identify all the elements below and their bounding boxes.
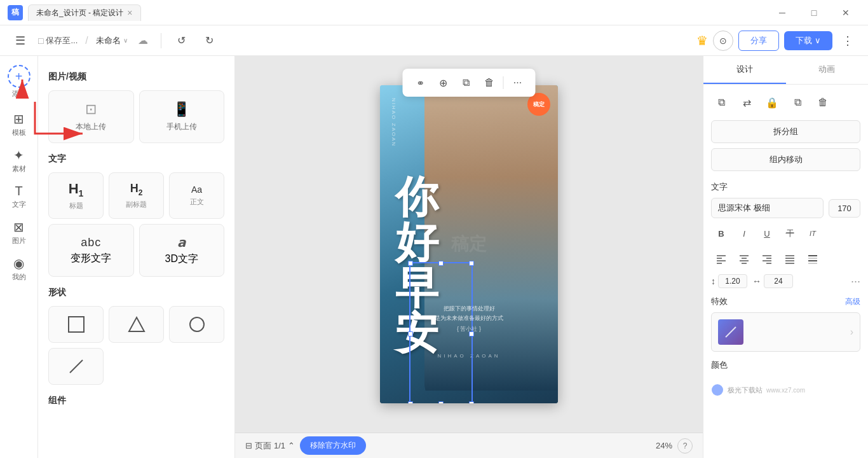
handle-bm[interactable] xyxy=(438,401,444,403)
char-spacing-value[interactable]: 24 xyxy=(764,274,793,288)
tab-design[interactable]: 设计 xyxy=(703,56,786,84)
sidebar-item-image[interactable]: ⊠ 图片 xyxy=(3,216,35,249)
font-select[interactable]: 思源宋体 极细 xyxy=(711,198,824,218)
char-spacing-icon: ↔ xyxy=(752,276,761,286)
mobile-upload-btn[interactable]: 📱 手机上传 xyxy=(139,90,225,143)
layer-icon-btn[interactable]: ⧉ xyxy=(711,92,731,113)
right-panel: 设计 动画 ⧉ ⇄ 🔒 ⧉ 🗑 拆分组 组内移动 文字 思 xyxy=(703,56,868,458)
tab-close-btn[interactable]: × xyxy=(127,8,132,18)
triangle-shape-btn[interactable] xyxy=(109,306,164,343)
minimize-btn[interactable]: ─ xyxy=(768,3,797,22)
font-size-input[interactable]: 170 xyxy=(829,199,860,218)
color-title: 颜色 xyxy=(711,359,860,371)
handle-lm[interactable] xyxy=(408,331,413,337)
sidebar-item-my[interactable]: ◉ 我的 xyxy=(3,252,35,286)
delete-icon-btn[interactable]: 🗑 xyxy=(813,92,833,113)
upload-grid: ⊡ 本地上传 📱 手机上传 xyxy=(48,90,224,143)
effect-chevron-icon: › xyxy=(850,326,853,338)
maximize-btn[interactable]: □ xyxy=(799,3,829,22)
download-button[interactable]: 下载 ∨ xyxy=(784,31,832,50)
doc-name-btn[interactable]: 未命名 ∨ xyxy=(96,35,128,46)
transform-text-btn[interactable]: abc 变形文字 xyxy=(48,224,134,277)
canvas-bottom-bar: ⊟ 页面 1/1 ⌃ 移除官方水印 24% ? xyxy=(235,433,703,458)
subtitle-label: 副标题 xyxy=(126,200,147,209)
more-options-btn[interactable]: ⋮ xyxy=(837,31,858,51)
align-justify-icon-btn[interactable] xyxy=(780,249,800,269)
element-action-icons: ⧉ ⇄ 🔒 ⧉ 🗑 xyxy=(711,92,860,113)
align-distributed-icon-btn[interactable] xyxy=(803,249,823,269)
remove-watermark-btn[interactable]: 移除官方水印 xyxy=(300,436,366,455)
design-poster[interactable]: 稿定 NIHAO ZAOAN xyxy=(380,85,558,403)
more-text-options-btn[interactable]: ··· xyxy=(851,275,860,288)
align-right-icon xyxy=(761,253,773,265)
handle-tl[interactable] xyxy=(408,261,413,266)
share-button[interactable]: 分享 xyxy=(738,31,779,51)
delete-icon-btn[interactable]: 🗑 xyxy=(479,73,499,93)
effect-selector[interactable]: › xyxy=(711,312,860,352)
frame-icon-btn[interactable]: ⊕ xyxy=(433,73,454,93)
local-upload-icon: ⊡ xyxy=(85,101,97,118)
split-group-btn[interactable]: 拆分组 xyxy=(711,120,860,143)
bold-btn[interactable]: B xyxy=(711,223,731,244)
effect-section: 特效 高级 › xyxy=(711,296,860,352)
flip-icon-btn[interactable]: ⇄ xyxy=(736,92,757,113)
sidebar-item-template[interactable]: ⊞ 模板 xyxy=(3,108,35,141)
toolbar-right-section: ♛ ⊙ 设计 分享 下载 ∨ ⋮ xyxy=(696,31,858,51)
align-center-icon-btn[interactable] xyxy=(734,249,754,269)
tab-animate[interactable]: 动画 xyxy=(786,56,869,84)
close-btn[interactable]: ✕ xyxy=(831,3,860,22)
poster-card: 稿定 NIHAO ZAOAN xyxy=(380,85,558,403)
more-options-icon-btn[interactable]: ··· xyxy=(508,73,528,93)
title-text-btn[interactable]: H1 标题 xyxy=(48,172,104,219)
page-indicator[interactable]: ⊟ 页面 1/1 ⌃ xyxy=(245,440,295,452)
superscript-btn[interactable]: IT xyxy=(803,223,823,244)
redo-btn[interactable]: ↻ xyxy=(200,31,220,51)
effect-preview xyxy=(718,319,743,345)
crown-icon[interactable]: ♛ xyxy=(696,33,708,48)
active-tab[interactable]: 未命名_设计页 - 稿定设计 × xyxy=(28,4,141,21)
main-toolbar: ☰ □ 保存至... / 未命名 ∨ ☁ ↺ ↻ ♛ ⊙ 设计 分享 下载 ∨ … xyxy=(0,25,868,56)
handle-tm[interactable] xyxy=(438,261,444,266)
left-icon-bar: + 添加 ⊞ 模板 ✦ 素材 T 文字 ⊠ 图片 ◉ 我的 xyxy=(0,56,38,458)
line-spacing-value[interactable]: 1.20 xyxy=(718,274,747,288)
subtitle-text-btn[interactable]: H2 副标题 xyxy=(109,172,164,219)
undo-btn[interactable]: ↺ xyxy=(172,31,192,51)
link-icon-btn[interactable]: ⚭ xyxy=(410,73,431,93)
local-upload-btn[interactable]: ⊡ 本地上传 xyxy=(48,90,134,143)
toolbar-divider xyxy=(503,76,504,89)
underline-btn[interactable]: U xyxy=(757,223,777,244)
rect-shape-btn[interactable] xyxy=(48,306,104,343)
text-style-grid2: abc 变形文字 𝗮 3D文字 xyxy=(48,224,224,277)
strikethrough-btn[interactable]: 干 xyxy=(780,223,800,244)
line-shape-btn[interactable] xyxy=(48,348,104,385)
record-btn[interactable]: ⊙ xyxy=(713,31,733,51)
italic-btn[interactable]: I xyxy=(734,223,754,244)
brand-url: www.xz7.com xyxy=(766,387,805,394)
handle-bl[interactable] xyxy=(408,401,413,403)
copy-icon-btn[interactable]: ⧉ xyxy=(456,73,477,93)
align-right-icon-btn[interactable] xyxy=(757,249,777,269)
shape-grid xyxy=(48,306,224,343)
sidebar-item-material[interactable]: ✦ 素材 xyxy=(3,144,35,177)
effect-advanced-btn[interactable]: 高级 xyxy=(845,296,860,307)
align-center-icon xyxy=(738,253,750,265)
menu-btn[interactable]: ☰ xyxy=(10,31,31,51)
effect-header: 特效 高级 xyxy=(711,296,860,307)
save-btn[interactable]: □ 保存至... xyxy=(38,35,78,46)
body-text-btn[interactable]: Aa 正文 xyxy=(169,172,224,219)
align-left-icon-btn[interactable] xyxy=(711,249,731,269)
sidebar-item-text[interactable]: T 文字 xyxy=(3,180,35,213)
help-btn[interactable]: ? xyxy=(677,438,693,454)
3d-text-btn[interactable]: 𝗮 3D文字 xyxy=(139,224,225,277)
lock-icon-btn[interactable]: 🔒 xyxy=(762,92,782,113)
handle-tr[interactable] xyxy=(469,261,474,266)
circle-shape-btn[interactable] xyxy=(169,306,224,343)
align-left-icon xyxy=(715,253,727,265)
cloud-sync-icon[interactable]: ☁ xyxy=(138,34,148,46)
mobile-upload-label: 手机上传 xyxy=(166,121,197,132)
canvas-content[interactable]: ⚭ ⊕ ⧉ 🗑 ··· 稿定 xyxy=(235,56,703,433)
duplicate-icon-btn[interactable]: ⧉ xyxy=(787,92,808,113)
handle-br[interactable] xyxy=(469,401,474,403)
sidebar-item-add[interactable]: + 添加 xyxy=(3,61,35,102)
move-in-group-btn[interactable]: 组内移动 xyxy=(711,148,860,171)
